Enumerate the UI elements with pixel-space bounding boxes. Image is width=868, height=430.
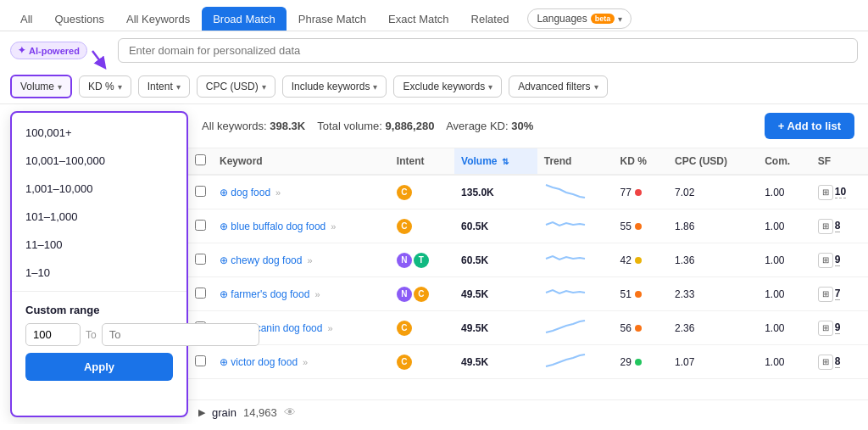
expand-keyword-icon[interactable]: » — [300, 357, 308, 367]
intent-badge: C — [397, 321, 412, 336]
volume-filter-button[interactable]: Volume ▾ — [10, 75, 72, 98]
keyword-link[interactable]: chewy dog food — [231, 254, 302, 266]
row-checkbox[interactable] — [195, 186, 206, 197]
trend-cell — [537, 175, 614, 209]
sf-cell: ⊞10 — [811, 175, 868, 209]
eye-icon[interactable]: 👁 — [284, 405, 296, 419]
apply-button[interactable]: Apply — [25, 353, 173, 381]
intent-badge: N — [397, 253, 412, 268]
summary-text: All keywords: 398.3K Total volume: 9,886… — [202, 120, 533, 132]
expand-keyword-icon[interactable]: » — [273, 187, 281, 198]
beta-badge: beta — [591, 14, 615, 24]
col-kd: KD % — [614, 148, 668, 175]
volume-option-1-10[interactable]: 1–10 — [12, 260, 186, 286]
select-all-checkbox[interactable] — [195, 154, 206, 165]
row-checkbox[interactable] — [195, 288, 206, 299]
add-keyword-icon[interactable]: ⊕ — [220, 187, 231, 198]
volume-option-1001-10000[interactable]: 1,001–10,000 — [12, 176, 186, 202]
sf-icon[interactable]: ⊞ — [818, 287, 833, 302]
add-keyword-icon[interactable]: ⊕ — [220, 356, 231, 368]
sf-icon[interactable]: ⊞ — [818, 321, 833, 336]
sf-value[interactable]: 8 — [835, 355, 841, 368]
add-keyword-icon[interactable]: ⊕ — [220, 288, 231, 300]
kd-value: 77 — [620, 187, 632, 198]
sf-icon[interactable]: ⊞ — [818, 355, 833, 370]
tab-broad-match[interactable]: Broad Match — [202, 7, 287, 31]
tab-phrase-match[interactable]: Phrase Match — [288, 8, 376, 31]
com-cell: 1.00 — [758, 209, 811, 243]
tab-related[interactable]: Related — [461, 8, 520, 31]
expand-keyword-icon[interactable]: » — [325, 323, 332, 333]
tab-all-keywords[interactable]: All Keywords — [116, 8, 200, 31]
volume-cell: 49.5K — [454, 345, 537, 379]
grain-count: 14,963 — [243, 406, 277, 419]
volume-cell: 135.0K — [454, 175, 537, 209]
add-keyword-icon[interactable]: ⊕ — [220, 221, 231, 232]
sf-value[interactable]: 8 — [835, 220, 841, 232]
intent-badge: C — [397, 185, 412, 200]
exclude-keywords-button[interactable]: Exclude keywords ▾ — [393, 75, 502, 98]
keyword-link[interactable]: farmer's dog food — [231, 288, 309, 300]
volume-option-11-100[interactable]: 11–100 — [12, 232, 186, 258]
sf-value[interactable]: 9 — [835, 321, 841, 334]
sf-cell: ⊞8 — [811, 209, 868, 243]
tab-all[interactable]: All — [10, 8, 42, 31]
cpc-cell: 1.07 — [668, 345, 758, 379]
cpc-cell: 2.36 — [668, 311, 758, 345]
include-keywords-button[interactable]: Include keywords ▾ — [282, 75, 387, 98]
advanced-label: Advanced filters — [518, 81, 590, 92]
expand-keyword-icon[interactable]: » — [328, 221, 336, 232]
cpc-filter-button[interactable]: CPC (USD) ▾ — [197, 75, 275, 98]
col-volume[interactable]: Volume ⇅ — [454, 148, 537, 175]
sf-value[interactable]: 7 — [835, 288, 841, 300]
keyword-link[interactable]: dog food — [231, 187, 270, 198]
keyword-link[interactable]: blue buffalo dog food — [231, 221, 326, 232]
range-from-input[interactable] — [25, 323, 81, 346]
languages-button[interactable]: Languages beta ▾ — [527, 8, 632, 29]
kd-value: 51 — [620, 288, 632, 300]
chevron-down-icon: ▾ — [262, 82, 266, 92]
main-layout: 100,001+ 10,001–100,000 1,001–10,000 101… — [0, 104, 868, 424]
sf-icon[interactable]: ⊞ — [818, 185, 833, 200]
grain-label[interactable]: grain — [212, 406, 236, 419]
kd-dot-icon — [635, 189, 642, 196]
expand-arrow-icon[interactable]: ▶ — [198, 407, 205, 418]
range-to-input[interactable] — [102, 323, 259, 346]
range-separator: To — [86, 329, 97, 341]
add-keyword-icon[interactable]: ⊕ — [220, 254, 231, 266]
add-to-list-button[interactable]: + Add to list — [765, 113, 854, 139]
sf-icon[interactable]: ⊞ — [818, 219, 833, 234]
volume-option-101-1000[interactable]: 101–1,000 — [12, 204, 186, 230]
ai-powered-badge: ✦ AI-powered — [10, 42, 87, 59]
sf-icon[interactable]: ⊞ — [818, 253, 833, 268]
tab-questions[interactable]: Questions — [44, 8, 114, 31]
sf-value[interactable]: 9 — [835, 254, 841, 266]
intent-label: Intent — [147, 81, 173, 92]
filter-row: Volume ▾ KD % ▾ Intent ▾ CPC (USD) ▾ Inc… — [0, 70, 868, 104]
expand-keyword-icon[interactable]: » — [312, 289, 320, 299]
volume-cell: 60.5K — [454, 209, 537, 243]
volume-option-10001-100000[interactable]: 10,001–100,000 — [12, 148, 186, 174]
domain-input[interactable] — [118, 38, 858, 63]
intent-filter-button[interactable]: Intent ▾ — [138, 75, 190, 98]
row-checkbox[interactable] — [195, 220, 206, 231]
kd-filter-button[interactable]: KD % ▾ — [79, 75, 131, 98]
advanced-filters-button[interactable]: Advanced filters ▾ — [509, 75, 607, 98]
keyword-table: Keyword Intent Volume ⇅ Trend KD % CPC (… — [188, 148, 868, 379]
cpc-cell: 1.36 — [668, 243, 758, 277]
cpc-label: CPC (USD) — [206, 81, 259, 92]
kd-value: 55 — [620, 221, 632, 232]
sf-value[interactable]: 10 — [835, 186, 846, 198]
sf-cell: ⊞9 — [811, 311, 868, 345]
volume-option-100001plus[interactable]: 100,001+ — [12, 120, 186, 146]
languages-label: Languages — [537, 13, 587, 25]
table-row: ⊕ chewy dog food »NT60.5K421.361.00⊞9 — [188, 243, 868, 277]
row-checkbox[interactable] — [195, 254, 206, 265]
row-checkbox[interactable] — [195, 355, 206, 366]
kd-value: 42 — [620, 254, 632, 266]
expand-keyword-icon[interactable]: » — [304, 255, 312, 265]
sparkle-icon: ✦ — [18, 45, 25, 56]
cpc-cell: 1.86 — [668, 209, 758, 243]
keyword-link[interactable]: victor dog food — [231, 356, 298, 368]
tab-exact-match[interactable]: Exact Match — [378, 8, 459, 31]
